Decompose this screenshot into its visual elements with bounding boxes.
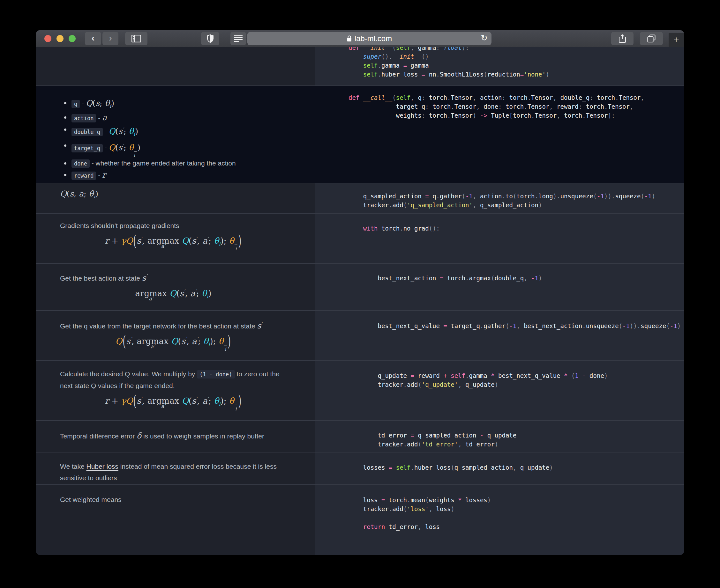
math-token: ( — [92, 99, 96, 108]
reload-icon[interactable]: ↻ — [481, 33, 488, 43]
privacy-report-button[interactable] — [201, 32, 219, 45]
code-token — [348, 322, 378, 329]
code-token: torch — [447, 275, 465, 281]
address-bar[interactable]: lab-ml.com ↻ — [247, 32, 492, 45]
math-token: ( — [133, 392, 137, 410]
math-token: ) — [137, 143, 140, 152]
math-token: ; — [196, 289, 202, 298]
reader-view-button[interactable] — [231, 32, 246, 45]
code-token: loss — [363, 497, 381, 504]
math-token: s′ — [181, 336, 187, 346]
code-token: () — [422, 53, 429, 60]
code-token: target_q — [396, 103, 425, 110]
minimize-window-button[interactable] — [57, 35, 63, 42]
zoom-window-button[interactable] — [68, 35, 76, 42]
code-block: with torch.no_grad(): — [315, 214, 684, 233]
huber-loss-link[interactable]: Huber loss — [86, 463, 118, 470]
code-token: 1 — [469, 193, 473, 200]
code-token: . — [524, 103, 527, 110]
math-text: Q — [109, 127, 116, 136]
list-item: action - a — [72, 112, 286, 124]
annotation-cell-best-next-action: Get the best action at state s′argmaxa′ … — [36, 264, 315, 310]
annotation-text: - — [103, 144, 109, 151]
math-token: a′ — [202, 396, 208, 406]
code-token — [348, 103, 396, 110]
math-token: ( — [115, 143, 118, 152]
code-token: , — [524, 275, 531, 281]
math-text: , — [142, 396, 147, 406]
close-window-button[interactable] — [44, 35, 52, 42]
math-text: ( — [115, 127, 118, 136]
list-item: done - whether the game ended after taki… — [72, 158, 286, 169]
code-token: , — [476, 103, 483, 110]
math-token: ; — [84, 189, 89, 198]
code-token: ( — [571, 372, 575, 379]
code-token: best_next_action — [378, 275, 440, 281]
math-token: ) — [238, 392, 242, 410]
math-token: s — [96, 99, 100, 108]
code-token: 'q_update' — [422, 381, 458, 388]
code-token: Tensor — [531, 94, 553, 101]
code-token: . — [465, 372, 469, 379]
math-text: ; — [196, 289, 202, 298]
back-button[interactable]: ‹ — [85, 32, 101, 45]
math-token: argmaxa′ — [135, 289, 166, 298]
annotation-text: Get weighted means — [60, 496, 122, 503]
page-content: def __init__(self, gamma: float): super(… — [36, 47, 684, 555]
code-token: = — [425, 193, 433, 200]
code-token: 1 — [535, 275, 538, 281]
math-text: θ — [229, 236, 234, 246]
math-text: , — [197, 236, 203, 246]
code-token: - — [622, 322, 626, 329]
math-token: ) — [135, 127, 138, 136]
sidebar-toggle-button[interactable] — [125, 32, 147, 45]
code-token: : — [498, 103, 505, 110]
under-script: a′ — [161, 403, 165, 409]
code-cell-call-method-signature: def __call__(self, q: torch.Tensor, acti… — [315, 86, 684, 183]
section-row-no-grad: Gradients shouldn’t propagate gradientsr… — [36, 213, 684, 263]
new-tab-button[interactable]: + — [668, 33, 684, 47]
math-text: a — [102, 113, 107, 122]
math-token: ); — [210, 336, 218, 346]
math-token: Q — [169, 289, 176, 298]
code-token: self — [363, 71, 378, 78]
argmax-understack: argmaxa′ — [147, 236, 179, 246]
annotation-text: Gradients shouldn’t propagate gradients — [60, 222, 179, 229]
math-text: a — [202, 236, 207, 246]
code-token: ( — [451, 464, 454, 471]
section-row-best-next-action: Get the best action at state s′argmaxa′ … — [36, 263, 684, 310]
code-token: , — [630, 103, 633, 110]
code-token: . — [389, 202, 392, 209]
code-token: , — [549, 103, 557, 110]
code-token: ( — [666, 322, 669, 329]
math-token: a′ — [190, 289, 196, 298]
code-token: . — [535, 193, 538, 200]
code-token: + — [443, 372, 451, 379]
math-text: s — [192, 396, 196, 406]
code-token: torch — [429, 112, 447, 119]
code-token: - — [582, 372, 589, 379]
annotation-cell-init-method — [36, 47, 315, 85]
math-text: θ — [203, 336, 208, 346]
code-token: action — [480, 193, 502, 200]
code-token: - — [597, 193, 600, 200]
math-text: ; — [208, 396, 214, 406]
math-token: ) — [227, 333, 231, 350]
share-button[interactable] — [611, 32, 634, 45]
forward-button[interactable]: › — [102, 32, 118, 45]
annotation-cell-q-update: Calculate the desired Q value. We multip… — [36, 361, 315, 420]
code-token: (): — [429, 225, 440, 232]
code-token — [348, 523, 363, 530]
math-text: Q — [171, 336, 178, 346]
math-text: ); — [221, 236, 229, 246]
math-text: θ — [219, 336, 224, 346]
code-token: ) — [538, 202, 542, 209]
code-token: ). — [553, 193, 560, 200]
code-token: Tensor — [451, 94, 473, 101]
code-token: loss — [425, 523, 440, 530]
code-token: torch — [381, 225, 400, 232]
math-token: ; — [208, 396, 214, 406]
tab-overview-button[interactable] — [640, 32, 663, 45]
code-token: ) — [546, 71, 549, 78]
annotation-text: is used to weigh samples in replay buffe… — [141, 433, 264, 440]
